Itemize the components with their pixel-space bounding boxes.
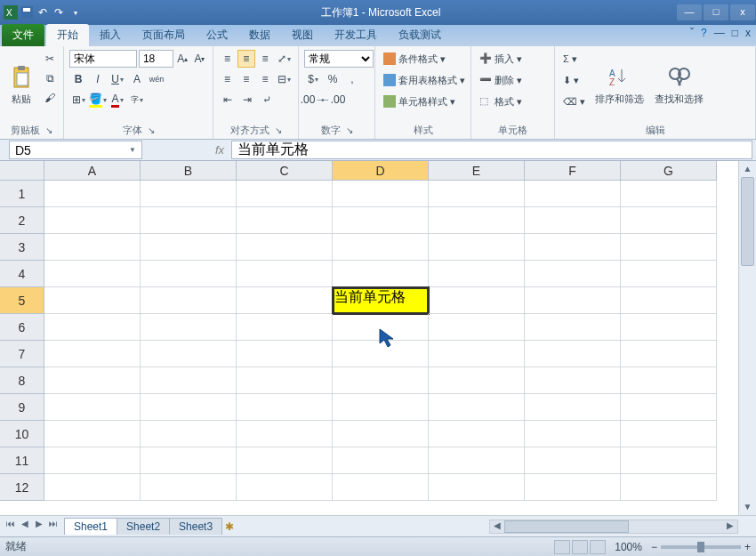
sort-filter-button[interactable]: AZ 排序和筛选 [591,50,647,122]
dec-decimal-icon[interactable]: ←.00 [324,91,342,109]
cell-C4[interactable] [237,261,333,287]
worksheet-grid[interactable]: ABCDEFG 123456789101112 当前单元格 [0,161,738,515]
zoom-in-button[interactable]: + [744,541,751,553]
cell-B4[interactable] [141,261,237,287]
cell-F5[interactable] [525,287,621,314]
scroll-up-icon[interactable]: ▲ [739,161,756,177]
cell-C11[interactable] [237,447,333,474]
select-all-corner[interactable] [0,161,44,181]
cell-G4[interactable] [621,261,717,287]
undo-icon[interactable]: ↶ [36,5,50,20]
tab-insert[interactable]: 插入 [89,24,132,46]
tab-view[interactable]: 视图 [281,24,324,46]
row-header-3[interactable]: 3 [0,234,44,261]
cell-B7[interactable] [141,341,237,367]
sheet-nav-last[interactable]: ⏭ [46,519,60,535]
cell-B2[interactable] [141,207,237,234]
cell-A9[interactable] [44,394,141,421]
cell-A6[interactable] [44,314,141,341]
cell-C10[interactable] [237,421,333,447]
cell-F10[interactable] [525,421,621,447]
cell-E1[interactable] [429,181,525,207]
cell-B5[interactable] [141,287,237,314]
cell-E9[interactable] [429,394,525,421]
copy-icon[interactable]: ⧉ [41,69,59,87]
save-icon[interactable] [20,5,34,20]
tab-dev[interactable]: 开发工具 [324,24,388,46]
cell-C7[interactable] [237,341,333,367]
format-painter-icon[interactable]: 🖌 [41,89,59,107]
fx-icon[interactable]: fx [215,143,224,157]
cell-F4[interactable] [525,261,621,287]
cell-B11[interactable] [141,447,237,474]
cell-C12[interactable] [237,474,333,501]
row-header-11[interactable]: 11 [0,447,44,474]
cell-G9[interactable] [621,394,717,421]
tab-formulas[interactable]: 公式 [196,24,238,46]
bold-button[interactable]: B [69,70,87,88]
underline-button[interactable]: U [109,70,126,88]
cell-D7[interactable] [333,341,429,367]
cell-C3[interactable] [237,234,333,261]
orientation-icon[interactable]: ⤢ [276,50,293,68]
cell-B10[interactable] [141,421,237,447]
sheet-tab-sheet1[interactable]: Sheet1 [64,518,117,535]
sheet-nav-prev[interactable]: ◀ [18,519,32,535]
cell-B8[interactable] [141,367,237,394]
col-header-F[interactable]: F [525,161,621,181]
col-header-G[interactable]: G [621,161,717,181]
maximize-button[interactable]: □ [704,4,728,20]
cell-G1[interactable] [621,181,717,207]
cell-E10[interactable] [429,421,525,447]
cell-A4[interactable] [44,261,141,287]
cell-styles-button[interactable]: 单元格样式 ▾ [381,93,465,110]
cell-G5[interactable] [621,287,717,314]
comma-icon[interactable]: , [343,70,361,88]
sheet-tab-sheet3[interactable]: Sheet3 [169,518,222,535]
cell-G10[interactable] [621,421,717,447]
cell-E6[interactable] [429,314,525,341]
align-bottom-icon[interactable]: ≡ [257,50,274,68]
tab-home[interactable]: 开始 [46,24,89,46]
clipboard-launcher[interactable]: ↘ [45,125,52,135]
clear-button[interactable]: ⌫ ▾ [560,93,588,110]
cell-A12[interactable] [44,474,141,501]
row-header-6[interactable]: 6 [0,314,44,341]
fill-color-button[interactable]: 🪣 [89,91,107,109]
cell-G8[interactable] [621,367,717,394]
align-launcher[interactable]: ↘ [275,125,282,135]
view-normal-button[interactable] [554,540,570,554]
cell-E8[interactable] [429,367,525,394]
cell-E2[interactable] [429,207,525,234]
cell-A2[interactable] [44,207,141,234]
format-cells-button[interactable]: ⬚格式 ▾ [477,93,549,110]
grow-font-icon[interactable]: A▴ [175,50,190,68]
cell-B3[interactable] [141,234,237,261]
cell-B6[interactable] [141,314,237,341]
cell-F8[interactable] [525,367,621,394]
cell-A11[interactable] [44,447,141,474]
row-header-4[interactable]: 4 [0,261,44,287]
col-header-A[interactable]: A [44,161,141,181]
merge-icon[interactable]: ⊟ [276,70,293,88]
insert-cells-button[interactable]: ➕插入 ▾ [477,50,549,68]
number-format-combo[interactable]: 常规 [304,50,374,68]
cell-E7[interactable] [429,341,525,367]
delete-cells-button[interactable]: ➖删除 ▾ [477,71,549,89]
row-header-12[interactable]: 12 [0,474,44,501]
row-header-5[interactable]: 5 [0,287,44,314]
view-pagebreak-button[interactable] [590,540,606,554]
col-header-C[interactable]: C [237,161,333,181]
cell-E11[interactable] [429,447,525,474]
cell-G6[interactable] [621,314,717,341]
font-color-button[interactable]: A [109,91,126,109]
cell-B9[interactable] [141,394,237,421]
zoom-level[interactable]: 100% [615,541,642,553]
font-size-combo[interactable]: 18 [139,50,173,68]
cell-F12[interactable] [525,474,621,501]
cell-D5[interactable]: 当前单元格 [333,287,429,314]
col-header-E[interactable]: E [429,161,525,181]
zoom-out-button[interactable]: − [651,541,657,553]
win-close-icon[interactable]: x [745,27,751,39]
sheet-tab-sheet2[interactable]: Sheet2 [117,518,170,535]
